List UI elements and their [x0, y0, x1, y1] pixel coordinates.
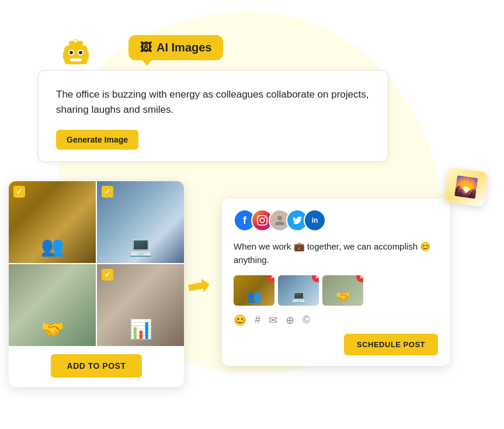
text-generation-card: The office is buzzing with energy as col…	[38, 70, 388, 162]
remove-image-3-button[interactable]: ✕	[356, 275, 363, 282]
copyright-toolbar-icon[interactable]: ©	[303, 314, 310, 326]
post-text: When we work 💼 together, we can accompli…	[234, 240, 438, 267]
image-cell-1[interactable]: ✓	[9, 181, 96, 263]
attached-image-2[interactable]: ✕	[278, 275, 319, 306]
attached-image-1[interactable]: ✕	[234, 275, 274, 306]
add-toolbar-icon[interactable]: ⊕	[286, 314, 294, 327]
ai-image-icon: 🖼	[140, 41, 152, 54]
generate-image-button[interactable]: Generate Image	[56, 130, 138, 150]
svg-rect-9	[70, 58, 82, 61]
svg-point-8	[79, 51, 82, 54]
image-grid-card: ✓ ✓ ✓ ADD TO POST	[9, 181, 184, 387]
image-grid: ✓ ✓ ✓	[9, 181, 184, 346]
avatar-linkedin[interactable]: in	[304, 209, 326, 231]
social-avatars-row: f in	[234, 209, 438, 231]
robot-icon	[58, 35, 93, 70]
svg-rect-3	[63, 51, 67, 60]
ai-images-tooltip: 🖼 AI Images	[128, 35, 223, 60]
mention-toolbar-icon[interactable]: ✉	[269, 314, 277, 327]
check-badge-1: ✓	[13, 186, 25, 198]
add-to-post-button[interactable]: ADD TO POST	[51, 354, 142, 378]
image-cell-4[interactable]: ✓	[97, 264, 184, 346]
generated-text: The office is buzzing with energy as col…	[56, 87, 370, 118]
check-badge-4: ✓	[102, 269, 113, 281]
hashtag-toolbar-icon[interactable]: #	[255, 314, 260, 326]
svg-rect-0	[64, 46, 88, 64]
image-cell-3[interactable]	[9, 264, 96, 346]
remove-image-2-button[interactable]: ✕	[312, 275, 319, 282]
ai-images-label: AI Images	[157, 41, 211, 54]
emoji-toolbar-icon[interactable]: 😊	[234, 314, 246, 327]
schedule-post-button[interactable]: SCHEDULE POST	[344, 334, 438, 355]
decorative-image-icon: 🌄	[443, 167, 489, 207]
svg-rect-4	[85, 51, 89, 60]
post-toolbar: 😊 # ✉ ⊕ ©	[234, 314, 438, 327]
linkedin-avatar: in	[304, 209, 326, 231]
svg-point-6	[69, 51, 73, 54]
attached-images-row: ✕ ✕ ✕	[234, 275, 438, 306]
svg-point-2	[74, 39, 77, 43]
post-card: f in When w	[222, 199, 450, 366]
image-cell-2[interactable]: ✓	[97, 181, 184, 263]
remove-image-1-button[interactable]: ✕	[267, 275, 274, 282]
check-badge-2: ✓	[102, 186, 113, 198]
attached-image-3[interactable]: ✕	[322, 275, 363, 306]
schedule-btn-wrapper: SCHEDULE POST	[234, 334, 438, 355]
